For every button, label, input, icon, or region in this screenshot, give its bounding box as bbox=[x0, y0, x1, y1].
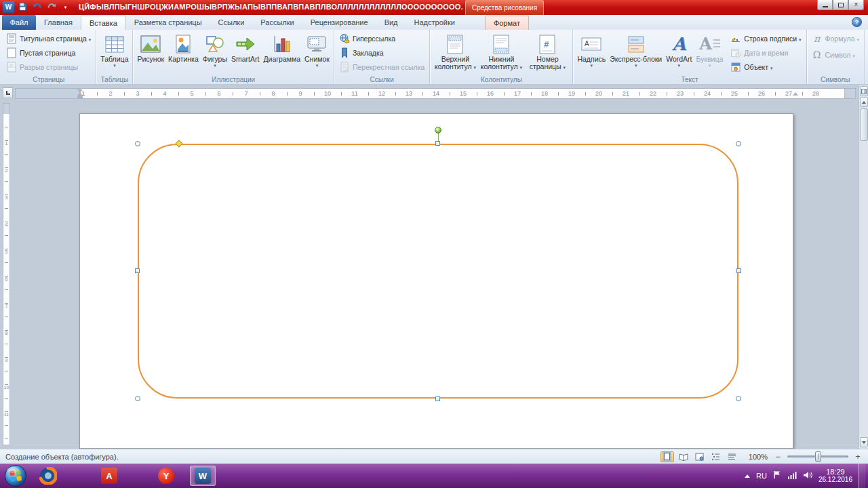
page-break-button[interactable]: Разрыв страницы bbox=[3, 60, 94, 74]
clipart-button[interactable]: Картинка bbox=[166, 32, 201, 63]
ruler-toggle-button[interactable] bbox=[860, 86, 868, 96]
rounded-rectangle-shape[interactable] bbox=[138, 144, 738, 399]
group-label: Символы bbox=[807, 76, 864, 83]
tab-page-layout[interactable]: Разметка страницы bbox=[126, 16, 210, 30]
blank-page-button[interactable]: Пустая страница bbox=[3, 46, 94, 60]
resize-handle-bottom-right[interactable] bbox=[736, 396, 741, 401]
shapes-button[interactable]: Фигуры ▾ bbox=[201, 32, 229, 68]
scroll-up-button[interactable] bbox=[860, 97, 868, 107]
header-icon bbox=[444, 33, 466, 55]
tab-mailings[interactable]: Рассылки bbox=[252, 16, 302, 30]
hyperlink-icon bbox=[339, 33, 350, 44]
volume-icon[interactable] bbox=[803, 470, 812, 482]
view-print-layout-button[interactable] bbox=[660, 451, 674, 462]
word-app-icon[interactable]: W bbox=[3, 1, 14, 13]
drop-cap-button[interactable]: A Буквица ▾ bbox=[694, 32, 726, 68]
show-desktop-button[interactable] bbox=[859, 464, 865, 488]
firefox-taskbar-button[interactable] bbox=[35, 466, 61, 486]
footer-button[interactable]: Нижний колонтитул ▾ bbox=[478, 32, 524, 70]
hyperlink-button[interactable]: Гиперссылка bbox=[336, 32, 427, 45]
close-icon: × bbox=[854, 1, 859, 8]
tray-time: 18:29 bbox=[826, 468, 845, 476]
signature-line-button[interactable]: Строка подписи ▾ bbox=[728, 32, 804, 45]
page-number-button[interactable]: # Номер страницы ▾ bbox=[524, 32, 570, 70]
chevron-down-icon: ▾ bbox=[678, 63, 681, 68]
scrollbar-thumb[interactable] bbox=[860, 108, 868, 141]
group-label: Таблицы bbox=[96, 76, 132, 83]
restore-button[interactable] bbox=[833, 0, 848, 10]
tab-view[interactable]: Вид bbox=[376, 16, 406, 30]
resize-handle-left[interactable] bbox=[135, 268, 140, 273]
word-taskbar-button[interactable]: W bbox=[190, 466, 216, 486]
window-controls: × bbox=[817, 0, 864, 10]
tab-review[interactable]: Рецензирование bbox=[302, 16, 376, 30]
zoom-slider[interactable] bbox=[787, 455, 848, 458]
right-indent-marker[interactable] bbox=[793, 92, 798, 96]
qat-customize-button[interactable]: ▾ bbox=[60, 2, 71, 13]
language-indicator[interactable]: RU bbox=[756, 472, 767, 480]
view-fullscreen-reading-button[interactable] bbox=[677, 451, 690, 462]
undo-button[interactable] bbox=[31, 2, 43, 13]
screenshot-icon bbox=[306, 33, 328, 55]
redo-button[interactable] bbox=[45, 2, 57, 13]
resize-handle-right[interactable] bbox=[736, 268, 741, 273]
resize-handle-bottom[interactable] bbox=[435, 396, 440, 401]
equation-button[interactable]: π Формула ▾ bbox=[809, 32, 862, 45]
clock[interactable]: 18:29 26.12.2016 bbox=[818, 468, 852, 484]
tab-format[interactable]: Формат bbox=[485, 16, 529, 30]
wordart-icon: A bbox=[668, 33, 690, 55]
chevron-down-icon: ▾ bbox=[770, 66, 773, 70]
tab-stop-selector[interactable] bbox=[3, 87, 13, 98]
quick-parts-button[interactable]: Экспресс-блоки ▾ bbox=[608, 32, 664, 68]
start-button[interactable] bbox=[4, 464, 27, 487]
chevron-down-icon: ▾ bbox=[89, 37, 92, 42]
zoom-level[interactable]: 100% bbox=[749, 453, 768, 461]
view-draft-button[interactable] bbox=[726, 451, 739, 462]
svg-text:#: # bbox=[544, 39, 549, 49]
tab-addins[interactable]: Надстройки bbox=[406, 16, 463, 30]
date-time-icon bbox=[730, 47, 741, 58]
tab-stop-icon bbox=[6, 91, 10, 95]
table-button[interactable]: Таблица ▾ bbox=[98, 32, 130, 68]
network-icon[interactable] bbox=[787, 470, 797, 482]
zoom-slider-thumb[interactable] bbox=[815, 451, 821, 462]
save-button[interactable] bbox=[17, 2, 28, 13]
cover-page-button[interactable]: Титульная страница ▾ bbox=[3, 32, 94, 45]
tab-home[interactable]: Главная bbox=[36, 16, 81, 30]
ruler-toggle-icon bbox=[861, 89, 867, 94]
date-time-button[interactable]: Дата и время bbox=[728, 46, 804, 60]
text-box-button[interactable]: A Надпись ▾ bbox=[575, 32, 608, 68]
resize-handle-bottom-left[interactable] bbox=[135, 396, 140, 401]
minimize-button[interactable] bbox=[817, 0, 833, 10]
close-button[interactable]: × bbox=[848, 0, 864, 10]
symbol-button[interactable]: Ω Символ ▾ bbox=[809, 48, 862, 62]
view-web-layout-button[interactable] bbox=[693, 451, 707, 462]
view-outline-button[interactable] bbox=[709, 451, 723, 462]
resize-handle-top-left[interactable] bbox=[135, 141, 140, 146]
resize-handle-top[interactable] bbox=[435, 141, 440, 146]
screenshot-button[interactable]: Снимок ▾ bbox=[302, 32, 332, 68]
object-button[interactable]: Объект ▾ bbox=[728, 60, 804, 74]
bookmark-button[interactable]: Закладка bbox=[336, 46, 427, 60]
header-button[interactable]: Верхний колонтитул ▾ bbox=[432, 32, 478, 70]
wordart-button[interactable]: A WordArt ▾ bbox=[664, 32, 694, 68]
smartart-button[interactable]: SmartArt bbox=[229, 32, 261, 63]
app-a-taskbar-button[interactable]: А bbox=[96, 466, 122, 486]
help-button[interactable]: ? bbox=[852, 17, 862, 27]
zoom-in-button[interactable]: + bbox=[853, 452, 863, 462]
yandex-taskbar-button[interactable]: Y bbox=[153, 466, 179, 486]
action-center-icon[interactable] bbox=[773, 470, 781, 482]
tab-file[interactable]: Файл bbox=[2, 15, 36, 30]
tab-references[interactable]: Ссылки bbox=[210, 16, 253, 30]
chevron-down-icon: ▾ bbox=[856, 37, 859, 42]
hidden-icons-button[interactable] bbox=[745, 474, 750, 478]
tab-insert[interactable]: Вставка bbox=[81, 16, 126, 30]
resize-handle-top-right[interactable] bbox=[736, 141, 741, 146]
zoom-out-button[interactable]: − bbox=[773, 452, 783, 462]
cross-reference-button[interactable]: Перекрестная ссылка bbox=[336, 60, 427, 74]
picture-button[interactable]: Рисунок bbox=[135, 32, 166, 63]
chart-button[interactable]: Диаграмма bbox=[261, 32, 302, 63]
scroll-down-button[interactable] bbox=[860, 437, 868, 447]
vertical-scrollbar[interactable] bbox=[859, 85, 868, 449]
rotation-handle[interactable] bbox=[435, 127, 441, 134]
